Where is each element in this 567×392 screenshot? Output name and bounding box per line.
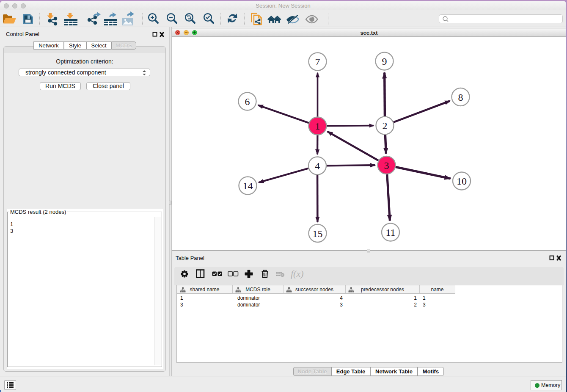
svg-text:8: 8 [458,92,463,103]
svg-text:4: 4 [315,160,320,171]
svg-text:2: 2 [383,120,388,131]
svg-text:15: 15 [313,228,323,239]
svg-text:f(x): f(x) [291,268,304,279]
svg-text:7: 7 [315,56,320,67]
svg-text:11: 11 [385,227,395,238]
svg-text:10: 10 [457,176,467,187]
svg-text:3: 3 [384,160,389,171]
svg-text:1: 1 [315,121,320,132]
svg-text:14: 14 [243,180,253,191]
svg-text:9: 9 [382,56,387,67]
svg-text:6: 6 [245,96,250,107]
